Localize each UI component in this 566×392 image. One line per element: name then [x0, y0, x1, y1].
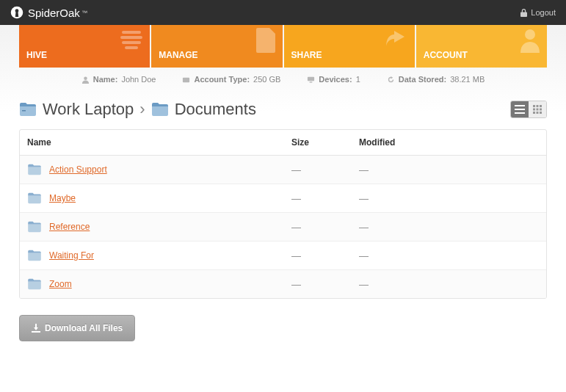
- cell-modified: —: [359, 164, 539, 175]
- logout-label: Logout: [531, 8, 556, 17]
- download-all-label: Download All Files: [45, 323, 123, 333]
- table-row: Action Support——: [20, 156, 546, 184]
- col-name: Name: [27, 137, 291, 148]
- table-row: Maybe——: [20, 184, 546, 213]
- logout-link[interactable]: Logout: [520, 8, 556, 17]
- tab-manage[interactable]: MANAGE: [151, 25, 282, 68]
- folder-icon: [27, 164, 42, 175]
- cell-modified: —: [359, 279, 539, 290]
- cell-size: —: [291, 193, 359, 204]
- svg-rect-3: [120, 36, 142, 39]
- view-list-button[interactable]: [511, 101, 529, 117]
- breadcrumb: Work Laptop › Documents: [19, 100, 256, 119]
- tab-share-label: SHARE: [291, 50, 322, 60]
- tab-hive-label: HIVE: [26, 50, 47, 60]
- download-row: Download All Files: [19, 299, 547, 363]
- info-acct-label: Account Type:: [194, 75, 250, 84]
- table-row: Reference——: [20, 213, 546, 242]
- monitor-icon: [307, 76, 315, 84]
- cell-size: —: [291, 164, 359, 175]
- breadcrumb-sep: ›: [139, 100, 145, 119]
- svg-rect-24: [32, 331, 40, 333]
- breadcrumb-row: Work Laptop › Documents: [19, 100, 547, 129]
- svg-rect-11: [22, 110, 26, 112]
- download-all-button[interactable]: Download All Files: [19, 315, 135, 341]
- info-stored-value: 38.21 MB: [450, 75, 485, 84]
- hive-icon: [119, 28, 144, 50]
- cell-modified: —: [359, 250, 539, 261]
- top-bar: SpiderOak ™ Logout: [0, 0, 566, 25]
- refresh-icon: [387, 76, 395, 84]
- svg-rect-21: [533, 112, 535, 114]
- share-icon: [384, 28, 409, 50]
- svg-rect-23: [540, 112, 542, 114]
- info-stored-label: Data Stored:: [399, 75, 446, 84]
- spideroak-keyhole-icon: [10, 6, 23, 19]
- table-body: Action Support——Maybe——Reference——Waitin…: [20, 156, 546, 298]
- svg-rect-5: [125, 46, 138, 49]
- tab-account[interactable]: ACCOUNT: [416, 25, 547, 68]
- info-dev-value: 1: [356, 75, 360, 84]
- svg-point-6: [525, 29, 535, 40]
- svg-rect-18: [533, 109, 535, 111]
- folder-link[interactable]: Waiting For: [49, 250, 94, 261]
- cell-size: —: [291, 222, 359, 233]
- cell-modified: —: [359, 222, 539, 233]
- svg-rect-22: [537, 112, 539, 114]
- svg-rect-9: [308, 76, 314, 81]
- folder-link[interactable]: Maybe: [49, 193, 76, 203]
- table-row: Zoom——: [20, 270, 546, 298]
- info-name: Name: John Doe: [81, 75, 156, 84]
- info-account-type: Account Type: 250 GB: [182, 75, 280, 84]
- person-icon: [519, 28, 541, 53]
- tab-manage-label: MANAGE: [159, 50, 197, 60]
- content-wrap: HIVE MANAGE SHARE ACCOUNT: [0, 25, 566, 363]
- cell-modified: —: [359, 193, 539, 204]
- info-acct-value: 250 GB: [253, 75, 280, 84]
- brand-tm: ™: [81, 10, 87, 16]
- tab-account-label: ACCOUNT: [424, 50, 468, 60]
- folder-icon: [19, 102, 37, 117]
- svg-rect-8: [183, 77, 189, 81]
- info-dev-label: Devices:: [319, 75, 352, 84]
- info-bar: Name: John Doe Account Type: 250 GB Devi…: [19, 68, 547, 100]
- svg-rect-19: [537, 109, 539, 111]
- svg-rect-20: [540, 109, 542, 111]
- file-table: Name Size Modified Action Support——Maybe…: [19, 129, 547, 299]
- list-icon: [515, 105, 525, 114]
- tab-share[interactable]: SHARE: [284, 25, 415, 68]
- info-name-value: John Doe: [121, 75, 156, 84]
- breadcrumb-seg-2[interactable]: Documents: [175, 100, 256, 119]
- cell-size: —: [291, 250, 359, 261]
- folder-icon: [151, 102, 169, 117]
- tab-hive[interactable]: HIVE: [19, 25, 150, 68]
- breadcrumb-seg-1[interactable]: Work Laptop: [43, 100, 134, 119]
- folder-icon: [27, 278, 42, 290]
- svg-point-7: [84, 76, 87, 80]
- svg-rect-12: [515, 105, 525, 106]
- folder-link[interactable]: Zoom: [49, 279, 72, 289]
- brand-name: SpiderOak: [28, 7, 80, 19]
- table-row: Waiting For——: [20, 242, 546, 270]
- svg-rect-13: [515, 109, 525, 110]
- folder-link[interactable]: Action Support: [49, 164, 107, 175]
- svg-rect-4: [122, 41, 141, 44]
- col-modified: Modified: [359, 137, 539, 148]
- brand-logo[interactable]: SpiderOak ™: [10, 6, 87, 19]
- lock-icon: [520, 9, 527, 17]
- cell-size: —: [291, 279, 359, 290]
- svg-rect-14: [515, 112, 525, 114]
- svg-rect-17: [540, 105, 542, 107]
- main-tabs: HIVE MANAGE SHARE ACCOUNT: [19, 25, 547, 68]
- folder-link[interactable]: Reference: [49, 222, 90, 232]
- col-size: Size: [291, 137, 359, 148]
- svg-rect-16: [537, 105, 539, 107]
- info-name-label: Name:: [93, 75, 118, 84]
- user-icon: [81, 76, 90, 84]
- view-grid-button[interactable]: [529, 101, 546, 117]
- folder-icon: [27, 221, 42, 233]
- grid-icon: [533, 105, 542, 114]
- download-icon: [32, 324, 40, 333]
- info-devices: Devices: 1: [307, 75, 360, 84]
- card-icon: [182, 76, 190, 84]
